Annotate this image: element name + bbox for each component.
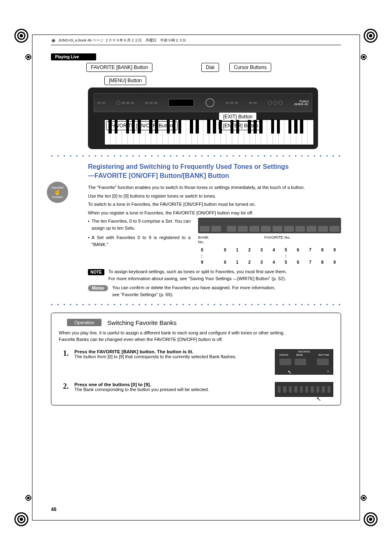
brand-label: Roland [294,100,309,103]
keyboard-top-panel: Roland JUNO-Di [94,93,312,112]
lcd-icon [168,99,194,106]
model-label: JUNO-Di [294,103,309,106]
step-number: 1. [59,349,69,358]
memo-tag: Memo [88,285,108,291]
callout-favorite-bank: FAVORITE [BANK] Button [86,63,152,72]
page-number: 46 [51,507,56,512]
step-number: 2. [59,382,69,391]
registration-mark-icon [14,29,28,43]
operation-intro: Favorite Banks can be changed even when … [59,337,333,342]
knob-icon [116,101,120,105]
bank-diagram: BANK No. FAVORITE No. 0 0 1 2 3 4 5 6 7 … [198,218,341,266]
callout-dial: Dial [201,63,219,72]
operation-box: Operation Switching Favorite Banks When … [51,313,341,405]
bank-table: 0 0 1 2 3 4 5 6 7 8 9 : [198,246,341,266]
operation-tag: Operation [67,319,101,326]
registration-mark-icon [14,512,28,526]
registration-mark-icon [360,54,367,60]
dial-icon [205,98,214,107]
keyboard-body: Roland JUNO-Di [88,88,318,149]
step-text: The button from [0] to [9] that correspo… [74,354,269,359]
table-row: 0 0 1 2 3 4 5 6 7 8 9 [199,247,340,253]
knob-icon [268,101,272,105]
bullet-item: The ten Favorites, 0 to 9 comprise a Set… [88,218,191,232]
table-row: : : [199,253,340,259]
paragraph: To switch to a tone in Favorites, the FA… [88,201,341,208]
bank-no-label: BANK No. [198,235,214,244]
paragraph: The "Favorite" function enables you to s… [88,184,341,191]
registration-mark-icon [364,512,378,526]
step-figure: FAVORITE ON/OFF BANK RHYTHM 0 ↖ [275,349,333,375]
memo-block: Memo You can confirm or delete the Favor… [88,284,341,298]
step-figure: ↖ [275,382,333,397]
divider-dots: • • • • • • • • • • • • • • • • • • • • … [51,302,341,307]
divider-dots: • • • • • • • • • • • • • • • • • • • • … [51,153,341,158]
step-2: 2. Press one of the buttons [0] to [9]. … [59,382,333,397]
knob-icon [273,101,277,105]
header-rule [51,45,341,45]
favorite-panel-icon [198,218,341,233]
book-header-text: JUNO-Di_e.book 46 ページ ２００９年６月２２日 月曜日 午前９… [58,38,186,43]
step-bold: Press the FAVORITE [BANK] button. The bu… [74,349,269,354]
bullet-item: A Set with Favorites 0 to 9 is registere… [88,234,191,248]
step-1: 1. Press the FAVORITE [BANK] button. The… [59,349,333,375]
bank-section: The ten Favorites, 0 to 9 comprise a Set… [88,218,341,266]
side-badge: Important ☝ Function [47,182,68,203]
section-title: Registering and Switching to Frequently … [88,162,341,180]
callout-cursor: Cursor Buttons [229,63,271,72]
paragraph: Use the ten [0] to [9] buttons to regist… [88,193,341,200]
callout-menu: [MENU] Button [104,76,146,85]
step-bold: Press one of the buttons [0] to [9]. [74,382,269,387]
favorite-no-label: FAVORITE No. [214,235,341,244]
registration-mark-icon [360,495,367,501]
keyboard-figure: FAVORITE [BANK] Button Dial Cursor Butto… [88,64,318,149]
pointer-icon: ↖ [288,369,292,375]
paragraph: When you register a tone in Favorites, t… [88,210,341,216]
registration-mark-icon [25,54,32,60]
operation-intro: When you play live, it is useful to assi… [59,330,333,335]
running-head: Playing Live [51,53,96,60]
hand-icon: Important ☝ Function [47,182,68,203]
pointer-icon: ↖ [316,396,321,402]
registration-mark-icon [25,495,32,501]
note-block: NOTE To assign keyboard settings, such a… [88,268,341,282]
target-icon [51,38,56,43]
knob-icon [279,101,283,105]
page-content: JUNO-Di_e.book 46 ページ ２００９年６月２２日 月曜日 午前９… [33,35,359,520]
note-tag: NOTE [88,269,104,275]
registration-mark-icon [364,29,378,43]
print-header: JUNO-Di_e.book 46 ページ ２００９年６月２２日 月曜日 午前９… [51,38,341,43]
table-row: 9 0 1 2 3 4 5 6 7 8 9 [199,260,340,265]
operation-title: Switching Favorite Banks [107,319,176,326]
sheet: JUNO-Di_e.book 46 ページ ２００９年６月２２日 月曜日 午前９… [0,0,392,555]
step-text: The Bank corresponding to the button you… [74,387,269,392]
